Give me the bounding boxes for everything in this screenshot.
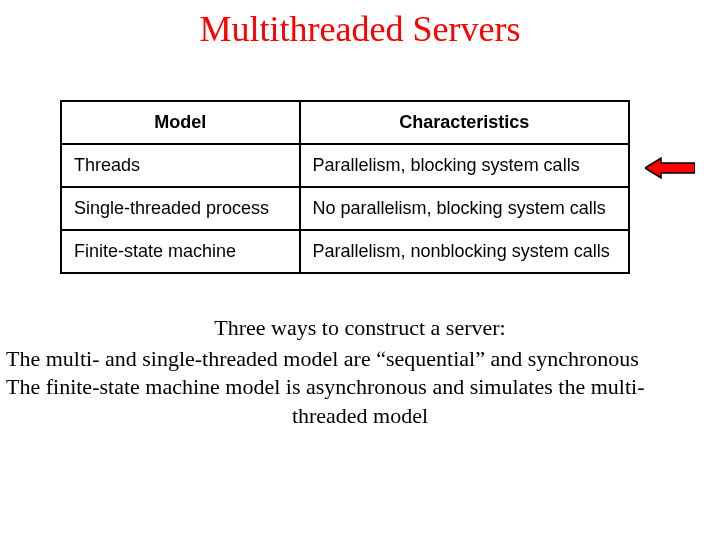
table-header-row: Model Characteristics — [61, 101, 629, 144]
table-row: Single-threaded process No parallelism, … — [61, 187, 629, 230]
left-arrow-icon — [645, 156, 695, 180]
caption-line-3b: threaded model — [6, 402, 714, 431]
table-row: Finite-state machine Parallelism, nonblo… — [61, 230, 629, 273]
caption-line-3: The finite-state machine model is asynch… — [6, 373, 714, 402]
caption-line-1: Three ways to construct a server: — [6, 314, 714, 343]
header-model: Model — [61, 101, 300, 144]
cell-characteristics: Parallelism, nonblocking system calls — [300, 230, 629, 273]
table-row: Threads Parallelism, blocking system cal… — [61, 144, 629, 187]
cell-characteristics: No parallelism, blocking system calls — [300, 187, 629, 230]
table-container: Model Characteristics Threads Parallelis… — [0, 100, 720, 274]
models-table: Model Characteristics Threads Parallelis… — [60, 100, 630, 274]
page-title: Multithreaded Servers — [0, 8, 720, 50]
svg-marker-0 — [645, 158, 695, 178]
caption-block: Three ways to construct a server: The mu… — [0, 314, 720, 430]
caption-line-2: The multi- and single-threaded model are… — [6, 345, 714, 374]
header-characteristics: Characteristics — [300, 101, 629, 144]
cell-model: Single-threaded process — [61, 187, 300, 230]
cell-characteristics: Parallelism, blocking system calls — [300, 144, 629, 187]
cell-model: Finite-state machine — [61, 230, 300, 273]
cell-model: Threads — [61, 144, 300, 187]
